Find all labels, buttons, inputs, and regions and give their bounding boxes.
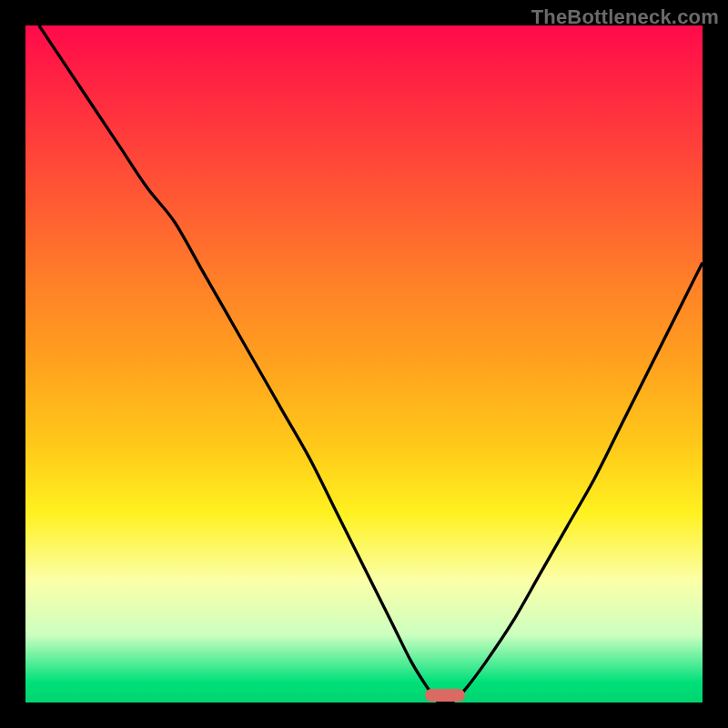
chart-frame: TheBottleneck.com <box>0 0 728 728</box>
bottleneck-curve <box>25 25 703 703</box>
plot-area <box>25 25 703 703</box>
optimal-marker <box>425 689 465 702</box>
watermark-text: TheBottleneck.com <box>531 5 719 29</box>
